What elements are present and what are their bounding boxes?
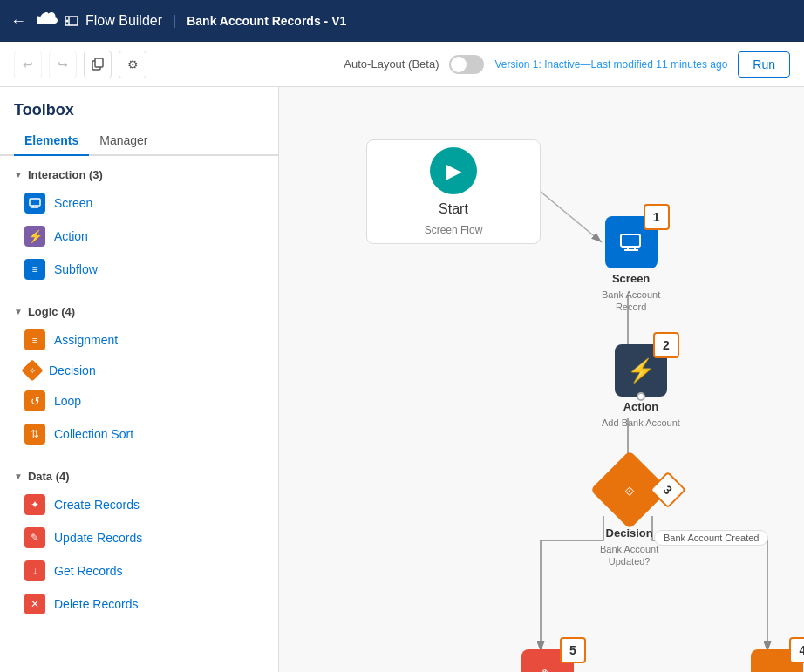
toolbox-item-assignment[interactable]: ≡ Assignment <box>0 323 278 356</box>
decision-node-sublabel: Bank AccountUpdated? <box>600 543 658 568</box>
start-label: Start <box>439 201 468 217</box>
action-label: Action <box>54 229 88 243</box>
back-button[interactable]: ← <box>10 12 26 31</box>
screen-label: Screen <box>54 196 92 210</box>
action-node-sublabel: Add Bank Account <box>602 417 680 429</box>
action-item-icon: ⚡ <box>24 226 45 247</box>
undo-button[interactable]: ↩ <box>14 51 42 78</box>
copy-button[interactable] <box>84 51 112 78</box>
svg-rect-3 <box>30 199 40 206</box>
flow-node-assignment[interactable]: ≡ 4 Assignment Assign Existing BankAccou… <box>732 649 804 672</box>
decision-label: Decision <box>49 363 96 377</box>
section-interaction-label: Interaction (3) <box>28 168 103 181</box>
screen-icon <box>29 197 41 209</box>
decision-node-icon: ⟐ <box>624 480 635 500</box>
collection-sort-item-icon: ⇅ <box>24 424 45 445</box>
redo-button[interactable]: ↪ <box>49 51 77 78</box>
flow-node-screen[interactable]: 1 Screen Bank AccountRecord <box>602 216 660 314</box>
svg-line-8 <box>541 192 602 242</box>
node-number-2: 2 <box>653 332 679 358</box>
create-records-label: Create Records <box>54 498 140 512</box>
section-header-interaction[interactable]: ▼ Interaction (3) <box>0 163 278 187</box>
loop-icon: ↺ <box>31 395 40 408</box>
node-number-3: 3 <box>649 472 685 508</box>
update-records-label: Update Records <box>54 531 142 545</box>
collection-sort-icon: ⇅ <box>31 428 39 440</box>
subflow-icon: ≡ <box>31 263 37 275</box>
toolbox-item-action[interactable]: ⚡ Action <box>0 220 278 253</box>
action-node-icon: ⚡ <box>627 357 655 384</box>
assignment-node-box: ≡ 4 <box>751 649 803 672</box>
toolbox-item-create-records[interactable]: ✦ Create Records <box>0 488 278 521</box>
salesforce-logo-icon <box>37 10 58 31</box>
doc-title-label: Bank Account Records - V1 <box>187 14 346 28</box>
toolbox-tabs: Elements Manager <box>0 126 278 156</box>
chevron-interaction-icon: ▼ <box>14 170 23 180</box>
run-button[interactable]: Run <box>738 51 790 78</box>
toolbox-item-collection-sort[interactable]: ⇅ Collection Sort <box>0 417 278 451</box>
toolbox-item-screen[interactable]: Screen <box>0 187 278 220</box>
svg-rect-12 <box>621 234 640 247</box>
decision-item-icon: ⟡ <box>21 359 43 381</box>
chevron-data-icon: ▼ <box>14 472 23 481</box>
tab-elements[interactable]: Elements <box>14 126 89 156</box>
action-node-label: Action <box>623 400 658 413</box>
nav-divider: | <box>173 13 176 29</box>
update-records-icon: ✎ <box>31 532 39 544</box>
create-records-item-icon: ✦ <box>24 494 45 515</box>
auto-layout-toggle[interactable] <box>449 55 484 74</box>
assignment-icon: ≡ <box>32 335 37 345</box>
delete-records-item-icon: ✕ <box>24 594 45 614</box>
screen-node-label: Screen <box>612 272 650 285</box>
version-text: Version 1: Inactive—Last modified 11 min… <box>494 58 727 71</box>
action-node-bottom-dot <box>637 392 645 401</box>
toolbox-item-delete-records[interactable]: ✕ Delete Records <box>0 587 278 621</box>
section-header-data[interactable]: ▼ Data (4) <box>0 465 278 488</box>
subflow-label: Subflow <box>54 262 98 276</box>
flow-node-update[interactable]: ✎ 5 Update Records Update SalesforceUser… <box>504 649 591 672</box>
start-circle: ▶ <box>430 147 477 194</box>
settings-button[interactable]: ⚙ <box>119 51 146 78</box>
canvas-inner: ▶ Start Screen Flow 1 Screen Bank Accoun… <box>279 87 804 672</box>
action-node-box: ⚡ 2 <box>615 344 667 397</box>
flow-node-decision[interactable]: ⟐ 3 Decision Bank AccountUpdated? <box>600 462 658 568</box>
logo: Flow Builder <box>37 10 162 31</box>
toolbox-title: Toolbox <box>0 87 278 126</box>
loop-item-icon: ↺ <box>24 390 45 411</box>
connector-label-created: Bank Account Created <box>654 530 768 546</box>
section-logic-label: Logic (4) <box>28 305 75 318</box>
canvas[interactable]: ▶ Start Screen Flow 1 Screen Bank Accoun… <box>279 87 804 672</box>
node-number-4: 4 <box>789 637 804 663</box>
assignment-label: Assignment <box>54 333 118 347</box>
toolbox-item-decision[interactable]: ⟡ Decision <box>0 356 278 384</box>
get-records-item-icon: ↓ <box>24 560 45 581</box>
main-layout: Toolbox Elements Manager ▼ Interaction (… <box>0 87 804 672</box>
toolbox-item-get-records[interactable]: ↓ Get Records <box>0 554 278 587</box>
section-interaction: ▼ Interaction (3) Screen ⚡ A <box>0 156 278 293</box>
toggle-knob <box>451 57 467 72</box>
node-number-5: 5 <box>560 637 586 663</box>
screen-node-icon <box>619 230 644 255</box>
toolbox-item-loop[interactable]: ↺ Loop <box>0 384 278 417</box>
section-data: ▼ Data (4) ✦ Create Records ✎ Update Rec… <box>0 458 278 628</box>
assignment-node-icon: ≡ <box>773 666 783 673</box>
section-header-logic[interactable]: ▼ Logic (4) <box>0 300 278 323</box>
delete-records-label: Delete Records <box>54 597 139 611</box>
screen-item-icon <box>24 193 45 214</box>
toolbox-item-update-records[interactable]: ✎ Update Records <box>0 521 278 554</box>
screen-node-box: 1 <box>605 216 658 268</box>
decision-icon: ⟡ <box>30 365 36 376</box>
svg-rect-2 <box>95 58 103 67</box>
toolbox-item-subflow[interactable]: ≡ Subflow <box>0 253 278 286</box>
delete-records-icon: ✕ <box>31 598 39 610</box>
app-name-label: Flow Builder <box>85 13 162 29</box>
decision-node-box: ⟐ 3 <box>589 451 669 530</box>
tab-manager[interactable]: Manager <box>89 126 158 156</box>
node-number-1: 1 <box>644 204 670 230</box>
get-records-label: Get Records <box>54 564 123 578</box>
flow-start-node[interactable]: ▶ Start Screen Flow <box>366 139 541 244</box>
flow-node-action[interactable]: ⚡ 2 Action Add Bank Account <box>602 344 680 429</box>
collection-sort-label: Collection Sort <box>54 427 133 441</box>
update-node-box: ✎ 5 <box>521 649 574 672</box>
update-node-icon: ✎ <box>541 666 554 672</box>
